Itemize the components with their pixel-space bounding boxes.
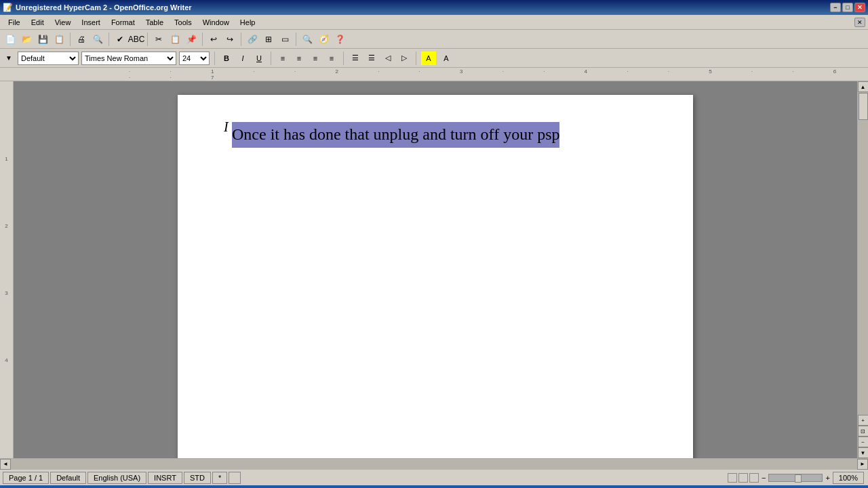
- zoom-level: 100%: [833, 472, 864, 484]
- font-color-button[interactable]: A: [439, 52, 454, 65]
- scroll-right-button[interactable]: ►: [857, 459, 868, 470]
- highlight-button[interactable]: A: [421, 52, 436, 65]
- menu-file[interactable]: File: [3, 17, 26, 28]
- status-bar: Page 1 / 1 Default English (USA) INSRT S…: [0, 469, 868, 485]
- frame-button[interactable]: ▭: [277, 32, 292, 47]
- app-icon: 📝: [3, 3, 13, 12]
- star-status: *: [212, 472, 227, 484]
- paste-button[interactable]: 📌: [184, 32, 199, 47]
- toolbar-sep-2: [108, 33, 109, 46]
- print-button[interactable]: 🖨: [74, 32, 89, 47]
- zoom-slider[interactable]: [768, 474, 823, 482]
- fmt-sep-3: [343, 52, 344, 65]
- toolbar-sep-6: [296, 33, 296, 46]
- selected-text[interactable]: Once it has done that unplug and turn of…: [232, 122, 559, 148]
- save-button[interactable]: 💾: [35, 32, 50, 47]
- zoom-out-btn[interactable]: −: [762, 474, 766, 482]
- horizontal-ruler: · · 1 · · 2 · · 3 · · 4 · · 5 · · 6 · · …: [0, 68, 868, 81]
- print-preview-button[interactable]: 🔍: [90, 32, 105, 47]
- menu-format[interactable]: Format: [106, 17, 140, 28]
- autocorrect-button[interactable]: ABC: [129, 32, 144, 47]
- style-info: Default: [50, 472, 86, 484]
- indent-more-button[interactable]: ▷: [397, 52, 411, 65]
- justify-button[interactable]: ≡: [325, 52, 338, 65]
- horizontal-scrollbar[interactable]: ◄ ►: [0, 458, 868, 469]
- font-size-select[interactable]: 24: [179, 52, 210, 65]
- close-button[interactable]: ✕: [854, 3, 865, 12]
- vertical-ruler: 1 2 3 4: [0, 81, 14, 458]
- new-button[interactable]: 📄: [3, 32, 18, 47]
- title-bar-text: Unregistered HyperCam 2 - OpenOffice.org…: [16, 3, 192, 12]
- undo-button[interactable]: ↩: [206, 32, 221, 47]
- align-center-button[interactable]: ≡: [292, 52, 306, 65]
- save-as-button[interactable]: 📋: [52, 32, 66, 47]
- view-buttons: [728, 473, 759, 483]
- open-button[interactable]: 📂: [19, 32, 34, 47]
- list-button[interactable]: ☰: [349, 52, 362, 65]
- fmt-sep-2: [271, 52, 271, 65]
- style-button[interactable]: ▼: [3, 52, 15, 64]
- scroll-up-button[interactable]: ▲: [858, 81, 869, 92]
- page-info: Page 1 / 1: [3, 472, 49, 484]
- maximize-button[interactable]: □: [842, 3, 853, 12]
- underline-button[interactable]: U: [252, 52, 266, 65]
- insert-mode[interactable]: INSRT: [148, 472, 182, 484]
- fmt-sep-4: [416, 52, 416, 65]
- minimize-button[interactable]: −: [830, 3, 841, 12]
- hyperlink-button[interactable]: 🔗: [245, 32, 260, 47]
- align-right-button[interactable]: ≡: [309, 52, 322, 65]
- vertical-scrollbar[interactable]: ▲ + ⊡ − ▼: [857, 81, 868, 458]
- spellcheck-button[interactable]: ✔: [113, 32, 127, 47]
- help-button[interactable]: ❓: [332, 32, 347, 47]
- indent-less-button[interactable]: ◁: [381, 52, 395, 65]
- zoom-in-btn[interactable]: +: [825, 474, 829, 482]
- menu-close-button[interactable]: ✕: [854, 18, 865, 27]
- menu-window[interactable]: Window: [197, 17, 235, 28]
- view-btn-3[interactable]: [749, 473, 759, 483]
- toolbar-sep-1: [70, 33, 71, 46]
- menu-help[interactable]: Help: [235, 17, 261, 28]
- menu-edit[interactable]: Edit: [26, 17, 50, 28]
- cut-button[interactable]: ✂: [151, 32, 166, 47]
- table-button[interactable]: ⊞: [261, 32, 276, 47]
- scroll-left-button[interactable]: ◄: [0, 459, 11, 470]
- title-bar-controls: − □ ✕: [830, 3, 865, 12]
- paragraph-style-select[interactable]: Default: [18, 52, 79, 65]
- align-left-button[interactable]: ≡: [276, 52, 290, 65]
- menu-table[interactable]: Table: [140, 17, 169, 28]
- scroll-thumb[interactable]: [859, 93, 868, 120]
- menu-insert[interactable]: Insert: [76, 17, 106, 28]
- bold-button[interactable]: B: [220, 52, 233, 65]
- main-area: 1 2 3 4 I Once it has done that unplug a…: [0, 81, 868, 458]
- document-page[interactable]: I Once it has done that unplug and turn …: [178, 95, 693, 458]
- status-right: − + 100%: [728, 472, 865, 484]
- scroll-down-button[interactable]: ▼: [858, 447, 869, 458]
- navigator-button[interactable]: 🧭: [316, 32, 331, 47]
- redo-button[interactable]: ↪: [222, 32, 237, 47]
- scroll-track[interactable]: [858, 92, 869, 415]
- italic-button[interactable]: I: [236, 52, 250, 65]
- title-bar: 📝 Unregistered HyperCam 2 - OpenOffice.o…: [0, 0, 868, 15]
- language-info: English (USA): [87, 472, 146, 484]
- std-mode[interactable]: STD: [184, 472, 211, 484]
- scroll-zoom-fit[interactable]: ⊡: [858, 426, 869, 436]
- signature-status: [229, 472, 241, 484]
- scroll-zoom-out[interactable]: −: [858, 436, 869, 447]
- font-name-select[interactable]: Times New Roman: [81, 52, 176, 65]
- main-toolbar: 📄 📂 💾 📋 🖨 🔍 ✔ ABC ✂ 📋 📌 ↩ ↪ 🔗 ⊞ ▭ 🔍 🧭 ❓: [0, 30, 868, 49]
- toolbar-sep-4: [202, 33, 203, 46]
- num-list-button[interactable]: ☰: [365, 52, 378, 65]
- formatting-toolbar: ▼ Default Times New Roman 24 B I U ≡ ≡ ≡…: [0, 49, 868, 68]
- find-button[interactable]: 🔍: [300, 32, 315, 47]
- document-area[interactable]: I Once it has done that unplug and turn …: [14, 81, 857, 458]
- view-btn-2[interactable]: [738, 473, 748, 483]
- view-btn-1[interactable]: [728, 473, 737, 483]
- zoom-slider-thumb[interactable]: [795, 474, 802, 483]
- scroll-zoom-in[interactable]: +: [858, 415, 869, 426]
- copy-button[interactable]: 📋: [167, 32, 182, 47]
- toolbar-sep-5: [241, 33, 241, 46]
- h-scroll-track[interactable]: [11, 459, 857, 470]
- menu-view[interactable]: View: [50, 17, 77, 28]
- cursor-i: I: [224, 119, 229, 135]
- menu-tools[interactable]: Tools: [169, 17, 197, 28]
